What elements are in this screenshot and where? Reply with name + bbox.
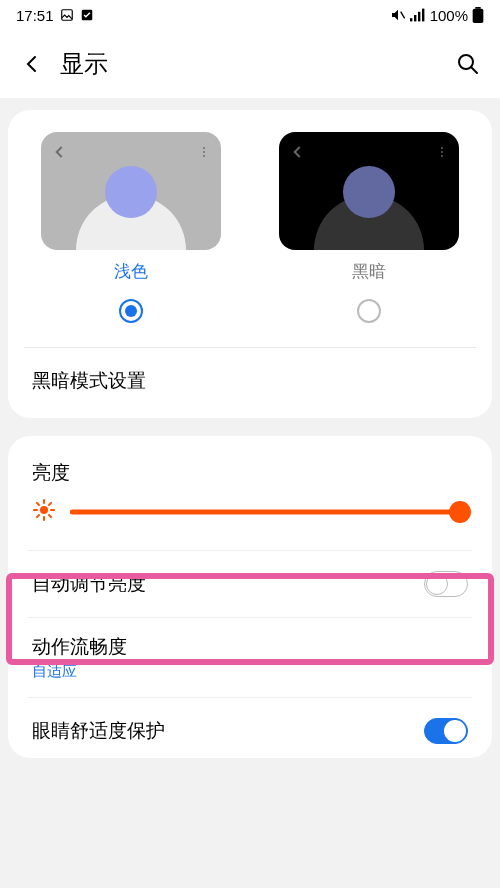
battery-text: 100% xyxy=(430,7,468,24)
svg-rect-4 xyxy=(414,15,416,21)
theme-preview-light xyxy=(41,132,221,250)
motion-smoothness-sub: 自适应 xyxy=(32,662,127,681)
svg-line-2 xyxy=(400,12,404,19)
sun-icon xyxy=(32,498,56,526)
search-button[interactable] xyxy=(446,52,490,76)
brightness-section: 亮度 自动调节亮度 动作流畅度 自适应 眼睛舒适度保护 xyxy=(8,436,492,758)
svg-rect-8 xyxy=(473,9,484,23)
dark-mode-settings-row[interactable]: 黑暗模式设置 xyxy=(8,348,492,414)
theme-label-light: 浅色 xyxy=(114,260,148,283)
theme-section: 浅色 黑暗 黑暗模式设置 xyxy=(8,110,492,418)
svg-line-18 xyxy=(37,515,39,517)
eye-comfort-label: 眼睛舒适度保护 xyxy=(32,718,165,744)
svg-rect-3 xyxy=(410,18,412,21)
eye-comfort-toggle[interactable] xyxy=(424,718,468,744)
svg-rect-5 xyxy=(418,12,420,22)
brightness-slider[interactable] xyxy=(70,500,468,524)
svg-line-19 xyxy=(49,503,51,505)
svg-line-16 xyxy=(37,503,39,505)
eye-comfort-row[interactable]: 眼睛舒适度保护 xyxy=(8,698,492,754)
page-title: 显示 xyxy=(54,48,446,80)
signal-icon xyxy=(410,8,426,22)
svg-line-10 xyxy=(471,67,477,73)
brightness-label: 亮度 xyxy=(32,460,70,486)
svg-rect-7 xyxy=(475,7,480,9)
motion-smoothness-label: 动作流畅度 xyxy=(32,634,127,660)
image-icon xyxy=(60,8,74,22)
radio-dark[interactable] xyxy=(357,299,381,323)
auto-brightness-label: 自动调节亮度 xyxy=(32,571,146,597)
svg-rect-6 xyxy=(422,9,424,22)
theme-option-dark[interactable]: 黑暗 xyxy=(256,132,482,323)
back-button[interactable] xyxy=(10,52,54,76)
theme-preview-dark xyxy=(279,132,459,250)
brightness-slider-fill xyxy=(70,510,460,515)
theme-label-dark: 黑暗 xyxy=(352,260,386,283)
brightness-slider-thumb xyxy=(449,501,471,523)
title-bar: 显示 xyxy=(0,30,500,98)
check-icon xyxy=(80,8,94,22)
auto-brightness-toggle[interactable] xyxy=(424,571,468,597)
brightness-slider-row xyxy=(8,494,492,550)
battery-icon xyxy=(472,7,484,23)
svg-rect-0 xyxy=(61,10,72,21)
brightness-row: 亮度 xyxy=(8,440,492,494)
auto-brightness-row[interactable]: 自动调节亮度 xyxy=(8,551,492,617)
status-bar: 17:51 100% xyxy=(0,0,500,30)
motion-smoothness-row[interactable]: 动作流畅度 自适应 xyxy=(8,618,492,697)
dark-mode-settings-label: 黑暗模式设置 xyxy=(32,368,146,394)
svg-line-17 xyxy=(49,515,51,517)
mute-icon xyxy=(390,7,406,23)
svg-point-11 xyxy=(40,506,48,514)
radio-light[interactable] xyxy=(119,299,143,323)
status-time: 17:51 xyxy=(16,7,54,24)
theme-option-light[interactable]: 浅色 xyxy=(18,132,244,323)
